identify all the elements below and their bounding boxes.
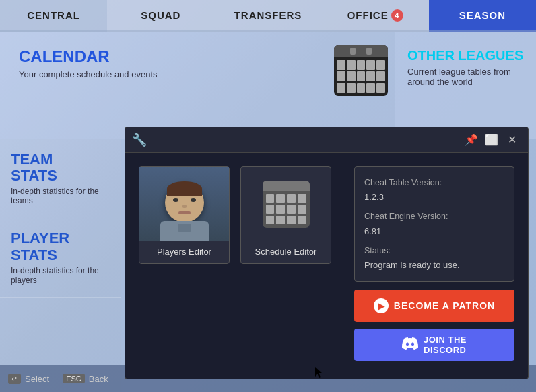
back-action[interactable]: ESC Back	[63, 374, 108, 384]
schedule-calendar-icon	[263, 181, 310, 228]
player-stats-description: In-depth statistics for the players	[11, 266, 110, 285]
version-info-box: Cheat Table Version: 1.2.3 Cheat Engine …	[354, 166, 514, 282]
team-stats-title: TEAMSTATS	[11, 152, 110, 184]
nav-season[interactable]: SEASON	[429, 0, 536, 32]
status-label: Status:	[364, 246, 391, 255]
discord-label-line1: JOIN THE	[424, 335, 467, 345]
close-icon: ✕	[508, 133, 516, 146]
select-key: ↵	[8, 374, 21, 384]
other-leagues-description: Current league tables from around the wo…	[407, 67, 524, 87]
sidebar-player-stats[interactable]: PLAYER STATS In-depth statistics for the…	[0, 218, 121, 297]
restore-icon: ⬜	[485, 133, 498, 146]
calendar-icon	[334, 45, 388, 96]
discord-icon	[402, 337, 418, 353]
calendar-title: CALENDAR	[19, 48, 158, 65]
join-discord-button[interactable]: JOIN THE DISCORD	[354, 329, 514, 361]
pin-icon: 📌	[465, 133, 478, 146]
calendar-card[interactable]: CALENDAR Your complete schedule and even…	[0, 32, 536, 139]
close-button[interactable]: ✕	[502, 131, 521, 150]
window-body: Players Editor Schedule Editor	[125, 153, 528, 379]
cheat-table-version-value: 1.2.3	[364, 190, 504, 205]
calendar-description: Your complete schedule and events	[19, 69, 158, 79]
player-avatar	[139, 167, 229, 241]
top-nav: CENTRAL SQUAD TRANSFERS OFFICE 4 SEASON	[0, 0, 536, 32]
nav-central[interactable]: CENTRAL	[0, 0, 107, 32]
schedule-editor-button[interactable]: Schedule Editor	[240, 166, 331, 264]
info-panel: Cheat Table Version: 1.2.3 Cheat Engine …	[354, 166, 514, 365]
wrench-icon: 🔧	[132, 133, 147, 148]
pin-button[interactable]: 📌	[462, 131, 481, 150]
back-key: ESC	[63, 374, 85, 383]
nav-transfers[interactable]: TRANSFERS	[214, 0, 321, 32]
cheat-table-version-label: Cheat Table Version:	[364, 178, 442, 187]
other-leagues-title: OTHER LEAGUES	[407, 48, 524, 63]
players-editor-image	[139, 167, 229, 241]
editor-panel: Players Editor Schedule Editor	[139, 166, 347, 365]
team-stats-description: In-depth statistics for the teams	[11, 187, 110, 205]
overlay-window: 🔧 📌 ⬜ ✕	[125, 127, 529, 379]
nav-office[interactable]: OFFICE 4	[322, 0, 429, 32]
status-value: Program is ready to use.	[364, 258, 504, 273]
select-label: Select	[25, 374, 49, 384]
patron-label: BECOME A PATRON	[394, 300, 495, 311]
nav-squad[interactable]: SQUAD	[107, 0, 214, 32]
select-action[interactable]: ↵ Select	[8, 374, 49, 384]
window-titlebar: 🔧 📌 ⬜ ✕	[125, 127, 528, 153]
schedule-editor-image	[241, 167, 331, 241]
restore-button[interactable]: ⬜	[482, 131, 501, 150]
patron-icon: ▶	[374, 298, 389, 313]
players-editor-label: Players Editor	[157, 247, 211, 257]
office-badge: 4	[391, 9, 403, 22]
back-label: Back	[89, 374, 108, 384]
schedule-editor-label: Schedule Editor	[255, 247, 317, 257]
cheat-engine-version-label: Cheat Engine Version:	[364, 211, 448, 221]
cheat-engine-version-value: 6.81	[364, 224, 504, 239]
sidebar: TEAMSTATS In-depth statistics for the te…	[0, 139, 121, 392]
become-patron-button[interactable]: ▶ BECOME A PATRON	[354, 290, 514, 322]
discord-label-line2: DISCORD	[424, 345, 466, 355]
players-editor-button[interactable]: Players Editor	[139, 166, 230, 264]
player-stats-title: PLAYER STATS	[11, 230, 110, 263]
sidebar-team-stats[interactable]: TEAMSTATS In-depth statistics for the te…	[0, 139, 121, 218]
